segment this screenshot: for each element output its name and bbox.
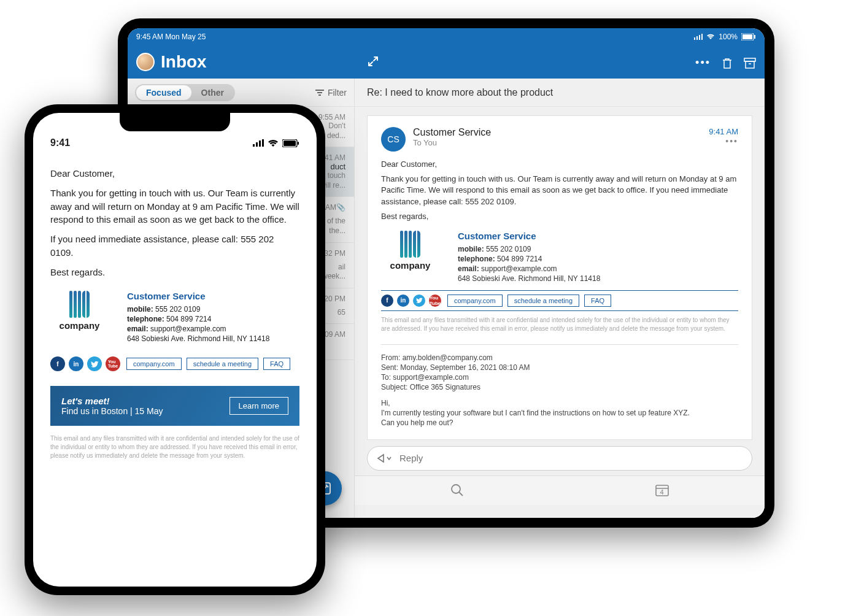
svg-rect-3 <box>701 34 703 40</box>
sig-phone: 504 899 7214 <box>497 255 542 263</box>
quoted-from: From: amy.bolden@company.com <box>381 353 738 362</box>
twitter-icon[interactable] <box>413 295 425 307</box>
sender-avatar: CS <box>381 127 406 152</box>
quoted-message: From: amy.bolden@company.com Sent: Monda… <box>381 344 738 427</box>
archive-icon[interactable] <box>744 58 756 69</box>
sig-website-button[interactable]: company.com <box>126 358 182 370</box>
svg-rect-18 <box>253 144 255 147</box>
filter-label: Filter <box>328 88 347 98</box>
sig-phone: 504 899 7214 <box>166 315 211 323</box>
sig-name: Customer Service <box>127 291 269 301</box>
svg-line-15 <box>459 492 463 496</box>
header-actions: ••• <box>695 56 756 69</box>
svg-rect-21 <box>262 139 264 147</box>
phone-status-bar: 9:41 <box>50 137 299 148</box>
signature-info: Customer Service mobile: 555 202 0109 te… <box>127 291 269 344</box>
sig-faq-button[interactable]: FAQ <box>263 358 290 370</box>
reading-pane: Re: I need to know more about the produc… <box>355 79 765 518</box>
ipad-status-right: 100% <box>694 33 756 41</box>
reply-arrow-icon[interactable] <box>376 453 393 464</box>
social-icons: f in YouTube <box>381 295 441 307</box>
quoted-subject: Subject: Office 365 Signatures <box>381 383 738 391</box>
signature-block: company Customer Service mobile: 555 202… <box>381 231 738 333</box>
filter-icon <box>315 89 324 96</box>
quoted-sent: Sent: Monday, September 16, 2021 08:10 A… <box>381 363 738 372</box>
mail-more-icon[interactable]: ••• <box>709 136 738 146</box>
phone-device: 9:41 Dear Customer, Thank you for gettin… <box>25 104 325 595</box>
svg-rect-19 <box>256 142 258 147</box>
quoted-to: To: support@example.com <box>381 373 738 382</box>
from-name: Customer Service <box>413 127 701 138</box>
svg-rect-5 <box>742 34 752 39</box>
svg-point-14 <box>452 485 460 493</box>
learn-more-button[interactable]: Learn more <box>230 397 288 415</box>
svg-rect-1 <box>696 36 698 40</box>
wifi-icon <box>706 34 715 40</box>
promo-banner[interactable]: Let's meet! Find us in Boston | 15 May L… <box>50 386 299 426</box>
more-icon[interactable]: ••• <box>695 56 711 69</box>
inbox-title: Inbox <box>161 52 207 72</box>
app-header: Inbox ••• <box>128 45 765 79</box>
to-line: To You <box>413 138 701 147</box>
twitter-icon[interactable] <box>87 356 102 371</box>
mail-card: CS Customer Service To You 9:41 AM ••• D… <box>367 115 752 440</box>
battery-icon <box>741 33 756 40</box>
sig-name: Customer Service <box>458 231 600 241</box>
linkedin-icon[interactable]: in <box>69 356 83 371</box>
ipad-status-bar: 9:45 AM Mon May 25 100% <box>128 28 765 45</box>
calendar-tab-icon[interactable]: 4 <box>655 483 669 497</box>
search-tab-icon[interactable] <box>450 483 464 497</box>
mail-time: 9:41 AM <box>709 127 738 136</box>
sig-email: support@example.com <box>150 325 226 333</box>
reply-bar[interactable] <box>367 446 752 471</box>
reply-input[interactable] <box>399 453 743 463</box>
signal-icon <box>253 139 264 147</box>
linkedin-icon[interactable]: in <box>397 295 409 307</box>
disclaimer-text: This email and any files transmitted wit… <box>50 434 299 460</box>
battery-percent: 100% <box>719 33 738 41</box>
greeting: Dear Customer, <box>381 159 738 170</box>
para1: Thank you for getting in touch with us. … <box>50 187 299 226</box>
mail-header: CS Customer Service To You 9:41 AM ••• <box>381 127 738 152</box>
filter-row: Focused Other Filter <box>128 79 354 107</box>
svg-rect-2 <box>699 35 700 40</box>
trash-icon[interactable] <box>722 57 733 69</box>
signature-block: company Customer Service mobile: 555 202… <box>50 291 299 375</box>
youtube-icon[interactable]: YouTube <box>429 295 441 307</box>
body-para: Thank you for getting in touch with us. … <box>381 174 738 207</box>
signoff: Best regards. <box>50 266 299 279</box>
profile-avatar[interactable] <box>136 53 155 71</box>
logo-text: company <box>50 320 109 331</box>
battery-icon <box>282 139 299 147</box>
tab-other[interactable]: Other <box>191 85 234 100</box>
sig-address: 648 Sobieski Ave. Richmond Hill, NY 1141… <box>127 334 269 343</box>
facebook-icon[interactable]: f <box>50 356 65 371</box>
sig-email: support@example.com <box>481 264 557 273</box>
greeting: Dear Customer, <box>50 167 299 180</box>
svg-rect-6 <box>754 35 755 39</box>
tab-focused[interactable]: Focused <box>136 85 191 100</box>
sig-faq-button[interactable]: FAQ <box>584 295 611 307</box>
subject-bar: Re: I need to know more about the produc… <box>355 79 765 107</box>
svg-rect-0 <box>694 37 695 40</box>
signoff: Best regards, <box>381 211 738 222</box>
sig-address: 648 Sobieski Ave. Richmond Hill, NY 1141… <box>458 274 600 283</box>
calendar-badge: 4 <box>660 488 664 496</box>
svg-rect-8 <box>746 61 754 68</box>
sig-website-button[interactable]: company.com <box>447 295 503 307</box>
wifi-icon <box>268 139 279 147</box>
signature-info: Customer Service mobile: 555 202 0109 te… <box>458 231 600 284</box>
banner-title: Let's meet! <box>61 396 163 406</box>
phone-time: 9:41 <box>50 137 70 148</box>
youtube-icon[interactable]: YouTube <box>106 356 120 371</box>
phone-notch <box>120 113 230 131</box>
sig-mobile: 555 202 0109 <box>486 245 531 253</box>
facebook-icon[interactable]: f <box>381 295 393 307</box>
disclaimer-text: This email and any files transmitted wit… <box>381 316 738 333</box>
expand-icon[interactable] <box>367 55 379 67</box>
filter-button[interactable]: Filter <box>315 88 347 98</box>
sig-meeting-button[interactable]: schedule a meeting <box>507 295 579 307</box>
sig-mobile: 555 202 0109 <box>155 305 200 314</box>
sig-meeting-button[interactable]: schedule a meeting <box>187 358 258 370</box>
phone-screen: 9:41 Dear Customer, Thank you for gettin… <box>33 113 317 587</box>
